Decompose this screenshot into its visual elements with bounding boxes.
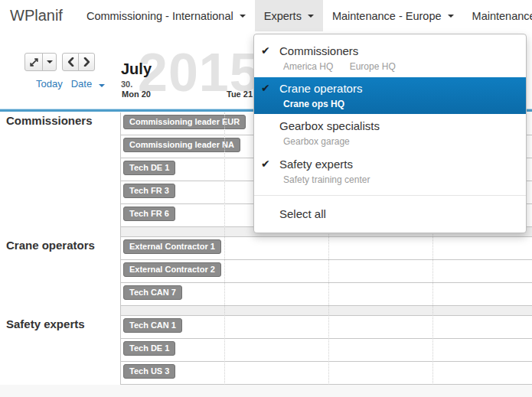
location-label: America HQ bbox=[283, 61, 333, 72]
zoom-button[interactable] bbox=[24, 53, 43, 71]
resource-column-divider bbox=[120, 112, 121, 385]
dropdown-item-head: ✔ Commissioners bbox=[261, 44, 518, 57]
dropdown-item-commissioners[interactable]: ✔ Commissioners America HQ Europe HQ bbox=[254, 39, 526, 77]
schedule-row[interactable]: External Contractor 1 bbox=[120, 237, 532, 260]
group-label: Safety experts bbox=[0, 316, 120, 385]
dropdown-select-all[interactable]: Select all bbox=[254, 200, 526, 228]
chevron-down-icon bbox=[308, 15, 314, 18]
dropdown-item-safety-experts[interactable]: ✔ Safety experts Safety training center bbox=[254, 152, 526, 190]
schedule-row[interactable]: Tech CAN 7 bbox=[120, 283, 532, 306]
app-window: 2015 WPlanif Commissioning - Internation… bbox=[0, 0, 532, 397]
zoom-button-group bbox=[24, 53, 57, 71]
dropdown-divider bbox=[254, 195, 526, 196]
group-rows: Tech CAN 1 Tech DE 1 Tech US 3 bbox=[120, 316, 532, 385]
dropdown-item-label: Gearbox specialists bbox=[279, 119, 380, 132]
nav-item-experts[interactable]: Experts bbox=[255, 0, 323, 31]
location-label: Safety training center bbox=[283, 174, 370, 185]
dropdown-item-crane-operators[interactable]: ✔ Crane operators Crane ops HQ bbox=[254, 77, 526, 114]
resource-badge[interactable]: Tech CAN 1 bbox=[123, 318, 182, 333]
next-button[interactable] bbox=[78, 53, 95, 71]
location-label: Gearbox garage bbox=[283, 136, 350, 147]
day-header: Mon 20 bbox=[122, 89, 151, 99]
schedule-row[interactable]: Tech DE 1 bbox=[120, 339, 532, 362]
location-label: Crane ops HQ bbox=[283, 99, 344, 109]
date-link-label: Date bbox=[71, 78, 92, 89]
chevron-left-icon bbox=[67, 57, 74, 67]
dropdown-item-head: ✔ Safety experts bbox=[261, 158, 518, 171]
resource-badge[interactable]: Tech DE 1 bbox=[123, 161, 175, 175]
check-icon: ✔ bbox=[261, 44, 279, 57]
dropdown-item-locations: Safety training center bbox=[283, 175, 518, 185]
schedule-group-safety-experts: Safety experts Tech CAN 1 Tech DE 1 Tech… bbox=[0, 316, 532, 385]
chevron-down-icon bbox=[47, 60, 53, 63]
location-label: Europe HQ bbox=[350, 61, 396, 72]
today-link[interactable]: Today bbox=[36, 78, 63, 89]
resource-badge[interactable]: External Contractor 1 bbox=[123, 239, 221, 254]
resource-badge[interactable]: Commissioning leader EUR bbox=[123, 115, 246, 129]
week-number: 30. bbox=[121, 80, 132, 89]
date-link[interactable]: Date bbox=[71, 78, 105, 89]
resource-badge[interactable]: Tech FR 6 bbox=[123, 207, 175, 221]
nav-brand[interactable]: WPlanif bbox=[0, 0, 77, 31]
nav-item-commissioning-international[interactable]: Commissioning - International bbox=[77, 0, 255, 31]
schedule-bottom-band bbox=[0, 385, 532, 397]
toolbar-links: Today Date bbox=[36, 78, 105, 89]
resource-badge[interactable]: Tech DE 1 bbox=[123, 341, 175, 356]
nav-item-label: Maintenance - Europe bbox=[332, 10, 442, 22]
month-title: July bbox=[121, 60, 152, 78]
dropdown-item-head: ✔ Crane operators bbox=[261, 82, 518, 95]
day-grid-line bbox=[224, 112, 225, 385]
nav-item-label: Maintenance - bbox=[472, 10, 532, 22]
dropdown-item-label: Crane operators bbox=[279, 82, 362, 95]
zoom-caret-button[interactable] bbox=[42, 53, 57, 71]
dropdown-item-locations: Gearbox garage bbox=[283, 137, 518, 147]
experts-dropdown-menu: ✔ Commissioners America HQ Europe HQ ✔ C… bbox=[253, 34, 527, 233]
resource-badge[interactable]: Tech CAN 7 bbox=[123, 285, 182, 300]
group-separator bbox=[120, 306, 532, 316]
group-rows: External Contractor 1 External Contracto… bbox=[120, 237, 532, 306]
resource-badge[interactable]: Tech FR 3 bbox=[123, 184, 175, 198]
dropdown-item-label: Safety experts bbox=[279, 158, 353, 171]
schedule-row[interactable]: External Contractor 2 bbox=[120, 260, 532, 283]
dropdown-item-gearbox-specialists[interactable]: Gearbox specialists Gearbox garage bbox=[254, 114, 526, 152]
resource-badge[interactable]: External Contractor 2 bbox=[123, 262, 221, 277]
resource-badge[interactable]: Tech US 3 bbox=[123, 364, 175, 379]
group-label: Commissioners bbox=[0, 112, 120, 227]
nav-item-label: Experts bbox=[264, 10, 302, 22]
prev-button[interactable] bbox=[62, 53, 79, 71]
expand-diagonal-icon bbox=[29, 57, 39, 67]
check-icon: ✔ bbox=[261, 158, 279, 171]
chevron-right-icon bbox=[83, 57, 90, 67]
group-label: Crane operators bbox=[0, 237, 120, 306]
schedule-group-crane-operators: Crane operators External Contractor 1 Ex… bbox=[0, 237, 532, 306]
chevron-down-icon bbox=[448, 15, 454, 18]
prev-next-button-group bbox=[62, 53, 95, 71]
schedule-row[interactable]: Tech US 3 bbox=[120, 362, 532, 385]
day-header: Tue 21 bbox=[227, 89, 253, 99]
dropdown-item-locations: Crane ops HQ bbox=[283, 99, 518, 109]
dropdown-item-locations: America HQ Europe HQ bbox=[283, 62, 518, 72]
chevron-down-icon bbox=[99, 84, 105, 87]
check-icon: ✔ bbox=[261, 82, 279, 95]
top-navbar: WPlanif Commissioning - International Ex… bbox=[0, 0, 532, 31]
nav-item-maintenance-truncated[interactable]: Maintenance - bbox=[463, 0, 532, 31]
chevron-down-icon bbox=[240, 15, 246, 18]
nav-item-label: Commissioning - International bbox=[86, 10, 233, 22]
nav-item-maintenance-europe[interactable]: Maintenance - Europe bbox=[323, 0, 463, 31]
dropdown-item-head: Gearbox specialists bbox=[261, 119, 518, 132]
schedule-row[interactable]: Tech CAN 1 bbox=[120, 316, 532, 339]
resource-badge[interactable]: Commissioning leader NA bbox=[123, 138, 240, 152]
dropdown-item-label: Commissioners bbox=[279, 44, 358, 57]
